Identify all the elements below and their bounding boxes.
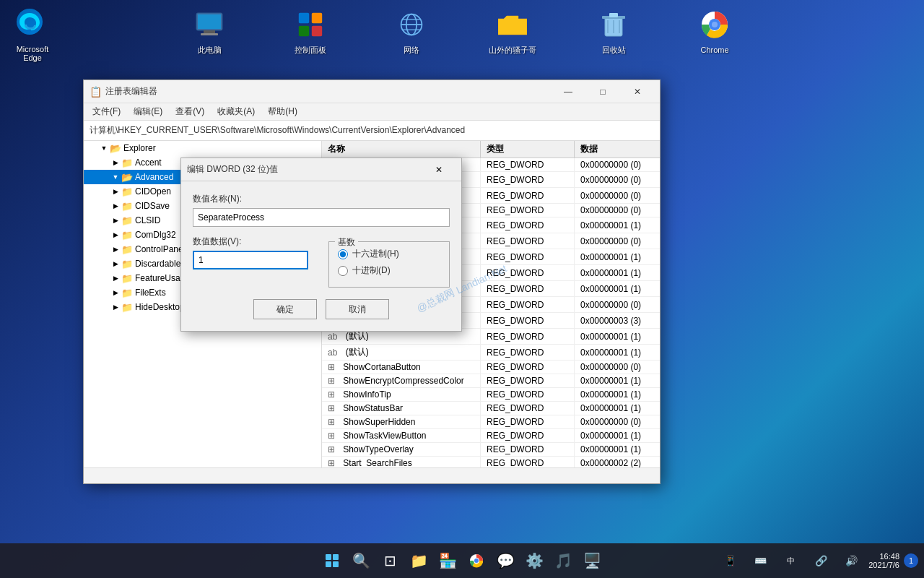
taskbar: 🔍 ⊡ 📁 🏪 💬 ⚙️ 🎵 — [0, 543, 924, 578]
desktop-icon-chrome[interactable]: Chrome — [686, 7, 744, 55]
chrome-icon — [697, 7, 732, 42]
table-row[interactable]: ⊞ ShowInfoTip REG_DWORD 0x00000001 (1) — [322, 388, 660, 402]
value-data-input[interactable] — [193, 251, 308, 269]
file-explorer-button[interactable]: 📁 — [406, 548, 432, 574]
svg-rect-3 — [204, 30, 215, 33]
table-row[interactable]: ⊞ ShowTaskViewButton REG_DWORD 0x0000000… — [322, 429, 660, 443]
cell-name-19: ⊞ ShowTypeOverlay — [322, 443, 481, 456]
expand-icon-accent[interactable]: ▶ — [110, 157, 121, 168]
table-row[interactable]: ⊞ ShowCortanaButton REG_DWORD 0x00000000… — [322, 361, 660, 374]
minimize-button[interactable]: — — [552, 80, 585, 103]
menu-favorites[interactable]: 收藏夹(A) — [212, 104, 261, 119]
wechat-button[interactable]: 💬 — [492, 548, 518, 574]
table-row[interactable]: ⊞ ShowStatusBar REG_DWORD 0x00000001 (1) — [322, 402, 660, 415]
music-button[interactable]: 🎵 — [550, 548, 576, 574]
desktop-icon-this-pc[interactable]: 此电脑 — [180, 7, 238, 55]
notification-badge[interactable]: 1 — [904, 553, 918, 568]
cell-type-16: REG_DWORD — [481, 402, 575, 415]
table-row[interactable]: ⊞ ShowEncryptCompressedColor REG_DWORD 0… — [322, 374, 660, 388]
terminal-button[interactable]: 🖥️ — [579, 548, 605, 574]
svg-rect-23 — [326, 561, 331, 567]
menu-file[interactable]: 文件(F) — [87, 104, 126, 119]
taskbar-clock[interactable]: 16:48 2021/7/6 — [868, 552, 899, 569]
cell-data-1: 0x00000000 (0) — [575, 172, 660, 187]
cell-type-20: REG_DWORD — [481, 457, 575, 467]
folder-icon-hidedesktopicons: 📁 — [121, 302, 133, 313]
taskbar-chrome-button[interactable] — [463, 548, 489, 574]
tray-network-icon[interactable]: 🔗 — [808, 548, 834, 574]
maximize-button[interactable]: □ — [586, 80, 619, 103]
expand-icon-discardable[interactable]: ▶ — [110, 258, 121, 269]
cell-type-10: REG_DWORD — [481, 313, 575, 328]
tray-volume-icon[interactable]: 🔊 — [838, 548, 864, 574]
cancel-button[interactable]: 取消 — [326, 299, 389, 319]
cell-type-0: REG_DWORD — [481, 158, 575, 171]
folder-icon-fileexts: 📁 — [121, 288, 133, 298]
table-row[interactable]: ⊞ Start_SearchFiles REG_DWORD 0x00000002… — [322, 457, 660, 467]
expand-icon-cidsave[interactable]: ▶ — [110, 200, 121, 212]
expand-icon-featureusage[interactable]: ▶ — [110, 272, 121, 284]
dec-radio[interactable] — [338, 266, 348, 276]
expand-icon-comdlg32[interactable]: ▶ — [110, 229, 121, 241]
control-panel-icon — [293, 7, 328, 42]
cell-type-14: REG_DWORD — [481, 374, 575, 387]
cell-type-5: REG_DWORD — [481, 233, 575, 249]
store-button[interactable]: 🏪 — [435, 548, 461, 574]
menu-help[interactable]: 帮助(H) — [262, 104, 303, 119]
tray-language-icon[interactable]: 中 — [777, 548, 803, 574]
taskbar-right: 📱 ⌨️ 中 🔗 🔊 16:48 2021/7/6 1 — [717, 548, 918, 574]
cell-data-16: 0x00000001 (1) — [575, 402, 660, 415]
cell-data-7: 0x00000001 (1) — [575, 265, 660, 280]
cell-data-13: 0x00000000 (0) — [575, 361, 660, 374]
cell-type-11: REG_DWORD — [481, 329, 575, 344]
hex-radio-option[interactable]: 十六进制(H) — [338, 248, 440, 260]
settings-button[interactable]: ⚙️ — [521, 548, 547, 574]
desktop-icon-recycle[interactable]: 回收站 — [585, 7, 642, 55]
confirm-button[interactable]: 确定 — [253, 299, 317, 319]
svg-rect-7 — [299, 26, 309, 36]
expand-icon-advanced[interactable]: ▼ — [110, 171, 121, 183]
expand-icon-clsid[interactable]: ▶ — [110, 215, 121, 226]
tree-item-explorer[interactable]: ▼ 📂 Explorer — [84, 141, 321, 155]
tree-label-controlpanel: ControlPanel — [135, 244, 185, 254]
search-button[interactable]: 🔍 — [348, 548, 374, 574]
menu-view[interactable]: 查看(V) — [170, 104, 210, 119]
cell-type-6: REG_DWORD — [481, 249, 575, 264]
start-button[interactable] — [319, 548, 345, 574]
base-section: 基数 十六进制(H) 十进制(D) — [328, 236, 450, 288]
taskbar-time: 16:48 — [879, 552, 899, 561]
tree-label-discardable: Discardable — [135, 259, 180, 269]
this-pc-label: 此电脑 — [198, 45, 222, 55]
expand-icon-explorer[interactable]: ▼ — [98, 142, 110, 154]
desktop-icon-shanwai[interactable]: 山外的骚子哥 — [484, 7, 541, 55]
value-name-input[interactable] — [193, 208, 450, 227]
expand-icon-fileexts[interactable]: ▶ — [110, 287, 121, 298]
cell-type-12: REG_DWORD — [481, 345, 575, 360]
cell-data-10: 0x00000003 (3) — [575, 313, 660, 328]
dialog-close-button[interactable]: ✕ — [422, 158, 456, 181]
dec-radio-option[interactable]: 十进制(D) — [338, 264, 440, 277]
cell-data-19: 0x00000001 (1) — [575, 443, 660, 456]
hex-radio[interactable] — [338, 249, 348, 259]
task-view-button[interactable]: ⊡ — [377, 548, 403, 574]
menu-edit[interactable]: 编辑(E) — [128, 104, 168, 119]
control-panel-label: 控制面板 — [295, 45, 326, 55]
desktop-icon-network[interactable]: 网络 — [383, 7, 440, 55]
expand-icon-controlpanel[interactable]: ▶ — [110, 243, 121, 255]
expand-icon-hidedesktopicons[interactable]: ▶ — [110, 301, 121, 313]
tray-keyboard-icon[interactable]: ⌨️ — [747, 548, 773, 574]
table-row[interactable]: ⊞ ShowSuperHidden REG_DWORD 0x00000000 (… — [322, 415, 660, 429]
col-data-header: 数据 — [575, 141, 660, 158]
tree-label-clsid: CLSID — [135, 215, 160, 225]
shanwai-label: 山外的骚子哥 — [489, 45, 536, 55]
close-button[interactable]: ✕ — [621, 80, 654, 103]
cell-data-2: 0x00000000 (0) — [575, 188, 660, 203]
tree-label-cidsave: CIDSave — [135, 201, 170, 211]
value-data-label: 数值数据(V): — [193, 236, 314, 248]
desktop-icon-control-panel[interactable]: 控制面板 — [282, 7, 339, 55]
table-row[interactable]: ab (默认) REG_DWORD 0x00000001 (1) — [322, 345, 660, 361]
tray-monitor-icon[interactable]: 📱 — [717, 548, 743, 574]
cell-name-18: ⊞ ShowTaskViewButton — [322, 429, 481, 442]
expand-icon-cidopen[interactable]: ▶ — [110, 186, 121, 197]
table-row[interactable]: ⊞ ShowTypeOverlay REG_DWORD 0x00000001 (… — [322, 443, 660, 457]
